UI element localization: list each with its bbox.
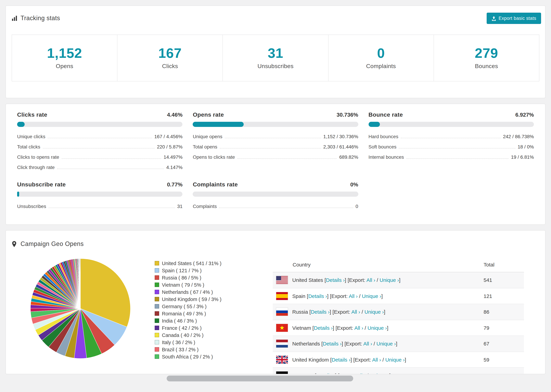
rate-stat-label: Opens to clicks rate — [193, 154, 235, 160]
pie-legend: United States ( 541 / 31% ) Spain ( 121 … — [155, 257, 273, 360]
rate-progress-bar — [17, 122, 183, 127]
country-cell: Germany [Details ›] [Export: All › / Uni… — [292, 373, 484, 374]
rate-stat-row: Unique clicks 167 / 4.456% — [17, 131, 183, 142]
map-pin-icon — [12, 241, 17, 247]
rate-stat-label: Hard bounces — [368, 134, 398, 139]
geo-pie-chart[interactable] — [6, 257, 155, 360]
legend-item: Canada ( 40 / 2% ) — [155, 331, 273, 339]
country-name: Germany — [292, 373, 313, 374]
geo-opens-card: Campaign Geo Opens United States ( 541 /… — [6, 230, 545, 374]
dotted-leader — [401, 138, 501, 138]
rate-stat-value: 220 / 5.87% — [157, 144, 182, 149]
export-all-link[interactable]: All › — [372, 357, 381, 363]
legend-item: Germany ( 55 / 3% ) — [155, 303, 273, 310]
legend-label: Germany ( 55 / 3% ) — [162, 304, 206, 309]
details-link[interactable]: Details › — [323, 341, 342, 347]
details-link[interactable]: Details › — [316, 373, 335, 374]
rate-stat-label: Unique opens — [193, 134, 222, 139]
rate-value: 0.77% — [167, 182, 183, 188]
country-name: Netherlands — [292, 341, 320, 347]
row-total: 59 — [484, 357, 521, 363]
rate-progress-bar — [17, 192, 183, 197]
details-link[interactable]: Details › — [326, 277, 345, 283]
details-link[interactable]: Details › — [314, 325, 333, 331]
legend-color-swatch — [155, 290, 159, 294]
stat-value: 31 — [223, 45, 328, 61]
geo-table-header: Country Total — [273, 257, 524, 272]
table-row: Germany [Details ›] [Export: All › / Uni… — [273, 368, 524, 374]
country-cell: Spain [Details ›] [Export: All › / Uniqu… — [292, 293, 484, 299]
legend-color-swatch — [155, 275, 159, 280]
country-flag-icon — [276, 340, 288, 348]
export-all-link[interactable]: All › — [354, 325, 363, 331]
legend-label: Vietnam ( 79 / 5% ) — [162, 282, 204, 287]
export-all-link[interactable]: All › — [363, 341, 372, 347]
table-row: United Kingdom [Details ›] [Export: All … — [273, 352, 524, 368]
legend-color-swatch — [155, 311, 159, 316]
rate-stat-row: Soft bounces 18 / 0% — [368, 142, 534, 152]
export-button-label: Export basic stats — [499, 16, 536, 21]
legend-color-swatch — [155, 354, 159, 359]
legend-item: Netherlands ( 67 / 4% ) — [155, 288, 273, 295]
stat-label: Unsubscribes — [223, 63, 328, 70]
stat-label: Opens — [12, 63, 117, 70]
stat-label: Complaints — [328, 63, 433, 70]
rate-stat-label: Total clicks — [17, 144, 40, 149]
legend-item: France ( 42 / 2% ) — [155, 324, 273, 331]
legend-label: India ( 46 / 3% ) — [162, 318, 197, 323]
stat-box: 0 Complaints — [328, 35, 434, 81]
export-unique-link[interactable]: Unique › — [385, 357, 405, 363]
export-unique-link[interactable]: Unique › — [367, 325, 387, 331]
dotted-leader — [399, 148, 515, 148]
legend-item: Russia ( 86 / 5% ) — [155, 274, 273, 281]
stat-box: 31 Unsubscribes — [223, 35, 328, 81]
country-cell: Russia [Details ›] [Export: All › / Uniq… — [292, 309, 484, 315]
rate-progress-bar — [368, 122, 534, 127]
export-all-link[interactable]: All › — [367, 277, 375, 283]
country-flag-icon — [276, 292, 288, 300]
rates-card: Clicks rate 4.46% Unique clicks 167 / 4.… — [6, 104, 545, 225]
export-all-link[interactable]: All › — [357, 373, 366, 374]
legend-label: France ( 42 / 2% ) — [162, 325, 202, 331]
rate-stat-value: 0 — [356, 203, 358, 209]
details-link[interactable]: Details › — [311, 309, 330, 315]
rate-value: 30.736% — [337, 112, 358, 118]
export-unique-link[interactable]: Unique › — [380, 277, 399, 283]
stat-label: Clicks — [117, 63, 222, 70]
horizontal-scrollbar-thumb[interactable] — [167, 376, 353, 381]
stat-value: 0 — [328, 45, 433, 61]
legend-item: Italy ( 36 / 2% ) — [155, 339, 273, 346]
export-all-link[interactable]: All › — [351, 309, 360, 315]
stat-value: 279 — [434, 45, 539, 61]
legend-label: Spain ( 121 / 7% ) — [162, 268, 202, 273]
details-link[interactable]: Details › — [308, 293, 327, 299]
legend-item: Romania ( 49 / 3% ) — [155, 310, 273, 317]
export-unique-link[interactable]: Unique › — [365, 309, 384, 315]
country-name: Vietnam — [292, 325, 311, 331]
dotted-leader — [57, 169, 164, 169]
rate-stat-row: Click through rate 4.147% — [17, 162, 183, 172]
country-name: Russia — [292, 309, 308, 315]
rate-block: Unsubscribe rate 0.77% Unsubscribes 31 — [17, 181, 183, 211]
rate-stat-row: Unique opens 1,152 / 30.736% — [193, 131, 358, 142]
row-total: 121 — [484, 293, 521, 299]
legend-label: Italy ( 36 / 2% ) — [162, 339, 195, 345]
rate-stat-value: 689.82% — [339, 154, 358, 160]
rate-block: Opens rate 30.736% Unique opens 1,152 / … — [193, 112, 358, 162]
country-flag-icon — [276, 308, 288, 316]
country-name: United Kingdom — [292, 357, 329, 363]
export-all-link[interactable]: All › — [349, 293, 358, 299]
export-unique-link[interactable]: Unique › — [376, 341, 396, 347]
export-basic-stats-button[interactable]: Export basic stats — [487, 13, 541, 24]
rate-title: Opens rate — [193, 112, 224, 118]
rate-title: Clicks rate — [17, 112, 47, 118]
details-link[interactable]: Details › — [332, 357, 350, 363]
export-unique-link[interactable]: Unique › — [370, 373, 389, 374]
export-unique-link[interactable]: Unique › — [362, 293, 381, 299]
legend-label: United States ( 541 / 31% ) — [162, 260, 221, 266]
legend-label: Russia ( 86 / 5% ) — [162, 275, 201, 280]
legend-color-swatch — [155, 326, 159, 330]
rate-stat-label: Soft bounces — [368, 144, 396, 149]
legend-label: Brazil ( 33 / 2% ) — [162, 347, 198, 352]
dotted-leader — [49, 208, 175, 208]
